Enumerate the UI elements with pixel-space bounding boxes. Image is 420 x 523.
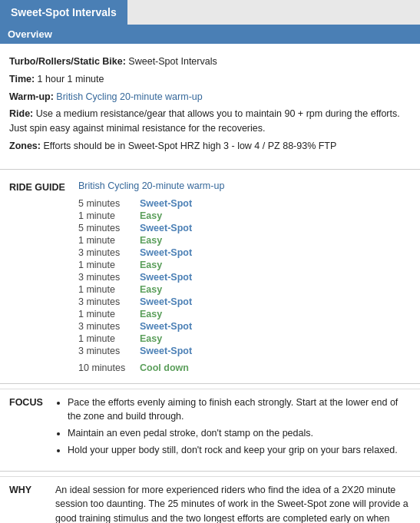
bike-line: Turbo/Rollers/Static Bike: Sweet-Spot In…	[9, 55, 411, 69]
interval-table: 5 minutesSweet-Spot1 minuteEasy5 minutes…	[78, 197, 411, 357]
interval-row: 5 minutesSweet-Spot	[78, 197, 411, 210]
cooldown-type: Cool down	[140, 362, 189, 373]
interval-row: 1 minuteEasy	[78, 234, 411, 247]
interval-type: Sweet-Spot	[140, 321, 192, 332]
interval-type: Easy	[140, 260, 162, 270]
interval-type: Sweet-Spot	[140, 223, 192, 233]
interval-type: Sweet-Spot	[140, 272, 192, 283]
ride-guide-label: RIDE GUIDE	[9, 180, 78, 374]
content-area: Overview Turbo/Rollers/Static Bike: Swee…	[0, 25, 420, 523]
divider-3	[0, 471, 420, 472]
interval-row: 1 minuteEasy	[78, 283, 411, 296]
ride-guide-link[interactable]: British Cycling 20-minute warm-up	[78, 180, 411, 191]
focus-bullet: Maintain an even pedal stroke, don't sta…	[68, 426, 411, 441]
title-bar: Sweet-Spot Intervals	[0, 0, 127, 25]
interval-type: Easy	[140, 333, 162, 344]
warmup-label: Warm-up:	[9, 91, 54, 102]
interval-time: 1 minute	[78, 260, 140, 270]
focus-bullet: Hold your upper body still, don't rock a…	[68, 443, 411, 458]
ride-guide-content: British Cycling 20-minute warm-up 5 minu…	[78, 180, 411, 374]
focus-list: Pace the efforts evenly aiming to finish…	[55, 396, 411, 458]
interval-row: 3 minutesSweet-Spot	[78, 320, 411, 333]
page-wrapper: Sweet-Spot Intervals Overview Turbo/Roll…	[0, 0, 420, 523]
interval-time: 3 minutes	[78, 346, 140, 356]
zones-text: Efforts should be in Sweet-Spot HRZ high…	[41, 141, 336, 151]
interval-time: 1 minute	[78, 284, 140, 295]
page-title: Sweet-Spot Intervals	[11, 6, 117, 18]
bike-label: Turbo/Rollers/Static Bike:	[9, 56, 126, 67]
interval-row: 3 minutesSweet-Spot	[78, 247, 411, 259]
interval-type: Sweet-Spot	[140, 346, 192, 356]
ride-line: Ride: Use a medium resistance/gear that …	[9, 107, 411, 136]
cooldown-row: 10 minutes Cool down	[78, 362, 411, 374]
interval-time: 1 minute	[78, 210, 140, 221]
interval-type: Easy	[140, 309, 162, 319]
interval-time: 3 minutes	[78, 272, 140, 283]
interval-row: 3 minutesSweet-Spot	[78, 345, 411, 357]
interval-row: 3 minutesSweet-Spot	[78, 271, 411, 283]
interval-time: 3 minutes	[78, 296, 140, 307]
why-label: WHY	[9, 483, 55, 524]
interval-row: 5 minutesSweet-Spot	[78, 222, 411, 234]
time-value: 1 hour 1 minute	[35, 74, 104, 84]
interval-row: 3 minutesSweet-Spot	[78, 296, 411, 308]
ride-text: Use a medium resistance/gear that allows…	[9, 108, 400, 134]
interval-type: Easy	[140, 235, 162, 246]
why-content: An ideal session for more experienced ri…	[55, 483, 411, 524]
overview-block: Turbo/Rollers/Static Bike: Sweet-Spot In…	[0, 50, 420, 164]
interval-time: 5 minutes	[78, 223, 140, 233]
interval-row: 1 minuteEasy	[78, 308, 411, 320]
focus-section: FOCUS Pace the efforts evenly aiming to …	[0, 389, 420, 466]
interval-time: 5 minutes	[78, 198, 140, 209]
overview-section: Overview Turbo/Rollers/Static Bike: Swee…	[0, 25, 420, 164]
zones-label: Zones:	[9, 141, 41, 151]
interval-row: 1 minuteEasy	[78, 259, 411, 271]
interval-type: Sweet-Spot	[140, 296, 192, 307]
zones-line: Zones: Efforts should be in Sweet-Spot H…	[9, 139, 411, 154]
why-paragraph: An ideal session for more experienced ri…	[55, 483, 411, 524]
interval-row: 1 minuteEasy	[78, 333, 411, 345]
focus-content: Pace the efforts evenly aiming to finish…	[55, 396, 411, 460]
warmup-link[interactable]: British Cycling 20-minute warm-up	[56, 91, 202, 102]
cooldown-time: 10 minutes	[78, 362, 140, 373]
interval-time: 3 minutes	[78, 321, 140, 332]
interval-type: Easy	[140, 284, 162, 295]
interval-time: 1 minute	[78, 235, 140, 246]
overview-header: Overview	[0, 25, 420, 44]
focus-bullet: Pace the efforts evenly aiming to finish…	[68, 396, 411, 425]
ride-guide-section: RIDE GUIDE British Cycling 20-minute war…	[0, 174, 420, 379]
interval-type: Sweet-Spot	[140, 198, 192, 209]
interval-time: 1 minute	[78, 309, 140, 319]
bike-value: Sweet-Spot Intervals	[126, 56, 217, 67]
why-section: WHY An ideal session for more experience…	[0, 476, 420, 524]
interval-time: 3 minutes	[78, 247, 140, 258]
time-line: Time: 1 hour 1 minute	[9, 72, 411, 87]
time-label: Time:	[9, 74, 35, 84]
focus-label: FOCUS	[9, 396, 55, 460]
divider-2	[0, 383, 420, 384]
ride-label: Ride:	[9, 108, 33, 119]
divider-1	[0, 169, 420, 170]
interval-time: 1 minute	[78, 333, 140, 344]
interval-type: Sweet-Spot	[140, 247, 192, 258]
interval-type: Easy	[140, 210, 162, 221]
interval-row: 1 minuteEasy	[78, 210, 411, 222]
warmup-line: Warm-up: British Cycling 20-minute warm-…	[9, 90, 411, 104]
